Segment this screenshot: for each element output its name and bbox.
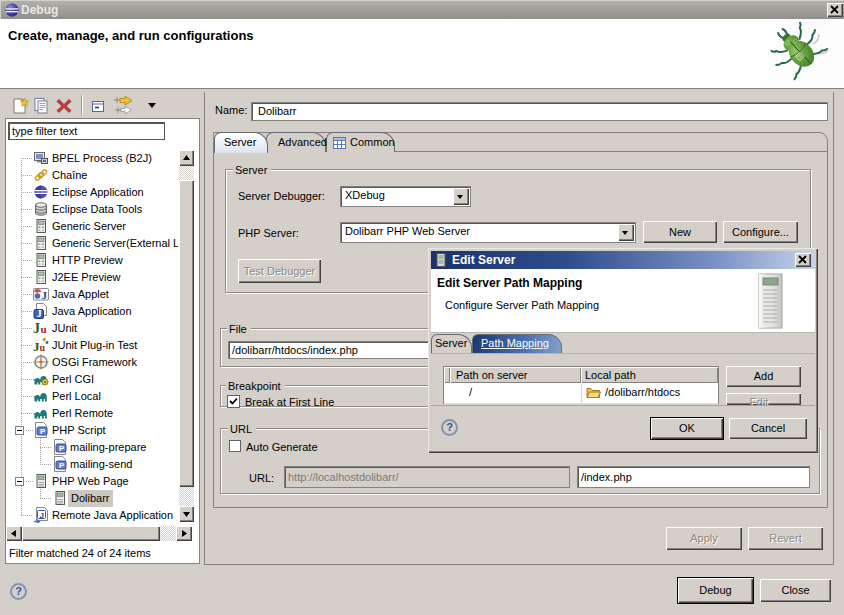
svg-text:P: P (59, 461, 65, 470)
svg-text:J: J (42, 289, 48, 301)
svg-text:J: J (33, 321, 40, 336)
svg-text:u: u (41, 323, 47, 335)
svg-text:J: J (37, 308, 42, 319)
svg-text:P: P (59, 444, 65, 453)
svg-text:u: u (40, 342, 46, 353)
svg-text:J: J (40, 511, 44, 520)
svg-text:P: P (40, 427, 46, 436)
